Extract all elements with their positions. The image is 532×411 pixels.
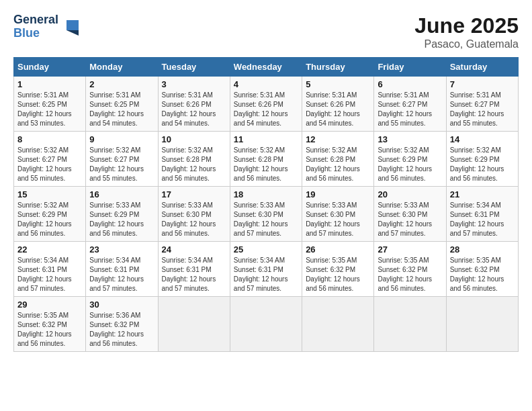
day-info: Sunrise: 5:31 AMSunset: 6:27 PMDaylight:… [450,91,504,127]
calendar-day-cell: 22 Sunrise: 5:34 AMSunset: 6:31 PMDaylig… [14,242,86,297]
day-info: Sunrise: 5:32 AMSunset: 6:29 PMDaylight:… [378,146,432,182]
logo-text: General Blue [13,13,58,40]
calendar-day-cell: 24 Sunrise: 5:34 AMSunset: 6:31 PMDaylig… [158,242,230,297]
header-monday: Monday [86,58,158,77]
header-thursday: Thursday [302,58,374,77]
logo: General Blue [13,13,80,40]
day-info: Sunrise: 5:35 AMSunset: 6:32 PMDaylight:… [378,257,432,292]
weekday-header-row: Sunday Monday Tuesday Wednesday Thursday… [14,58,519,77]
calendar-day-cell [158,297,230,352]
day-number: 20 [378,189,442,199]
calendar-day-cell: 20 Sunrise: 5:33 AMSunset: 6:30 PMDaylig… [374,187,446,242]
day-number: 25 [234,244,298,255]
day-number: 4 [234,79,298,89]
day-number: 29 [17,300,82,310]
calendar-week-row: 8 Sunrise: 5:32 AMSunset: 6:27 PMDayligh… [14,132,519,187]
day-number: 26 [306,244,370,255]
calendar-day-cell: 8 Sunrise: 5:32 AMSunset: 6:27 PMDayligh… [14,132,86,187]
page-header: General Blue June 2025 Pasaco, Guatemala [13,13,519,50]
day-number: 6 [378,79,442,89]
day-info: Sunrise: 5:31 AMSunset: 6:26 PMDaylight:… [162,91,216,127]
calendar-day-cell: 3 Sunrise: 5:31 AMSunset: 6:26 PMDayligh… [158,77,230,132]
calendar-day-cell: 15 Sunrise: 5:32 AMSunset: 6:29 PMDaylig… [14,187,86,242]
day-number: 2 [89,79,154,89]
day-number: 23 [89,244,154,255]
day-number: 10 [162,134,226,144]
calendar-week-row: 22 Sunrise: 5:34 AMSunset: 6:31 PMDaylig… [14,242,519,297]
day-info: Sunrise: 5:33 AMSunset: 6:30 PMDaylight:… [234,201,288,237]
day-number: 9 [89,134,154,144]
day-number: 1 [17,79,82,89]
calendar-day-cell: 13 Sunrise: 5:32 AMSunset: 6:29 PMDaylig… [374,132,446,187]
calendar-day-cell: 19 Sunrise: 5:33 AMSunset: 6:30 PMDaylig… [302,187,374,242]
calendar-day-cell: 7 Sunrise: 5:31 AMSunset: 6:27 PMDayligh… [446,77,518,132]
day-info: Sunrise: 5:31 AMSunset: 6:25 PMDaylight:… [89,91,144,127]
day-info: Sunrise: 5:31 AMSunset: 6:26 PMDaylight:… [306,91,360,127]
day-number: 15 [17,189,82,199]
logo-blue: Blue [13,27,58,40]
calendar-day-cell: 14 Sunrise: 5:32 AMSunset: 6:29 PMDaylig… [446,132,518,187]
calendar-day-cell: 17 Sunrise: 5:33 AMSunset: 6:30 PMDaylig… [158,187,230,242]
calendar-day-cell: 28 Sunrise: 5:35 AMSunset: 6:32 PMDaylig… [446,242,518,297]
title-area: June 2025 Pasaco, Guatemala [414,13,519,50]
calendar-day-cell: 16 Sunrise: 5:33 AMSunset: 6:29 PMDaylig… [86,187,158,242]
header-tuesday: Tuesday [158,58,230,77]
day-info: Sunrise: 5:34 AMSunset: 6:31 PMDaylight:… [162,257,216,292]
calendar-day-cell: 18 Sunrise: 5:33 AMSunset: 6:30 PMDaylig… [230,187,302,242]
day-info: Sunrise: 5:32 AMSunset: 6:28 PMDaylight:… [306,146,360,182]
day-info: Sunrise: 5:32 AMSunset: 6:28 PMDaylight:… [234,146,288,182]
day-number: 19 [306,189,370,199]
calendar-day-cell: 25 Sunrise: 5:34 AMSunset: 6:31 PMDaylig… [230,242,302,297]
calendar-week-row: 1 Sunrise: 5:31 AMSunset: 6:25 PMDayligh… [14,77,519,132]
calendar-day-cell: 29 Sunrise: 5:35 AMSunset: 6:32 PMDaylig… [14,297,86,352]
header-sunday: Sunday [14,58,86,77]
calendar-day-cell: 4 Sunrise: 5:31 AMSunset: 6:26 PMDayligh… [230,77,302,132]
day-info: Sunrise: 5:34 AMSunset: 6:31 PMDaylight:… [234,257,288,292]
day-info: Sunrise: 5:32 AMSunset: 6:29 PMDaylight:… [17,201,72,237]
day-number: 21 [450,189,515,199]
day-info: Sunrise: 5:35 AMSunset: 6:32 PMDaylight:… [306,257,360,292]
month-title: June 2025 [414,13,519,38]
day-number: 12 [306,134,370,144]
svg-marker-1 [66,30,79,36]
day-number: 24 [162,244,226,255]
calendar-day-cell: 23 Sunrise: 5:34 AMSunset: 6:31 PMDaylig… [86,242,158,297]
day-info: Sunrise: 5:33 AMSunset: 6:30 PMDaylight:… [378,201,432,237]
day-info: Sunrise: 5:33 AMSunset: 6:29 PMDaylight:… [89,201,144,237]
calendar-day-cell: 10 Sunrise: 5:32 AMSunset: 6:28 PMDaylig… [158,132,230,187]
calendar-day-cell: 6 Sunrise: 5:31 AMSunset: 6:27 PMDayligh… [374,77,446,132]
calendar-table: Sunday Monday Tuesday Wednesday Thursday… [13,57,519,352]
day-info: Sunrise: 5:34 AMSunset: 6:31 PMDaylight:… [450,201,504,237]
calendar-day-cell: 12 Sunrise: 5:32 AMSunset: 6:28 PMDaylig… [302,132,374,187]
svg-marker-0 [66,20,79,30]
day-number: 27 [378,244,442,255]
location-title: Pasaco, Guatemala [414,38,519,50]
day-info: Sunrise: 5:34 AMSunset: 6:31 PMDaylight:… [17,257,72,292]
day-number: 28 [450,244,515,255]
calendar-day-cell: 30 Sunrise: 5:36 AMSunset: 6:32 PMDaylig… [86,297,158,352]
day-info: Sunrise: 5:31 AMSunset: 6:25 PMDaylight:… [17,91,72,127]
calendar-day-cell [302,297,374,352]
day-number: 18 [234,189,298,199]
day-number: 11 [234,134,298,144]
day-number: 14 [450,134,515,144]
day-number: 7 [450,79,515,89]
logo-general: General [13,13,58,27]
day-info: Sunrise: 5:34 AMSunset: 6:31 PMDaylight:… [89,257,144,292]
logo-icon [60,17,80,37]
calendar-week-row: 15 Sunrise: 5:32 AMSunset: 6:29 PMDaylig… [14,187,519,242]
calendar-day-cell: 11 Sunrise: 5:32 AMSunset: 6:28 PMDaylig… [230,132,302,187]
day-number: 3 [162,79,226,89]
day-number: 13 [378,134,442,144]
calendar-week-row: 29 Sunrise: 5:35 AMSunset: 6:32 PMDaylig… [14,297,519,352]
calendar-day-cell: 21 Sunrise: 5:34 AMSunset: 6:31 PMDaylig… [446,187,518,242]
day-info: Sunrise: 5:35 AMSunset: 6:32 PMDaylight:… [450,257,504,292]
day-info: Sunrise: 5:33 AMSunset: 6:30 PMDaylight:… [306,201,360,237]
calendar-day-cell: 26 Sunrise: 5:35 AMSunset: 6:32 PMDaylig… [302,242,374,297]
day-info: Sunrise: 5:32 AMSunset: 6:27 PMDaylight:… [89,146,144,182]
header-saturday: Saturday [446,58,518,77]
day-info: Sunrise: 5:32 AMSunset: 6:28 PMDaylight:… [162,146,216,182]
header-wednesday: Wednesday [230,58,302,77]
day-number: 30 [89,300,154,310]
day-info: Sunrise: 5:31 AMSunset: 6:27 PMDaylight:… [378,91,432,127]
